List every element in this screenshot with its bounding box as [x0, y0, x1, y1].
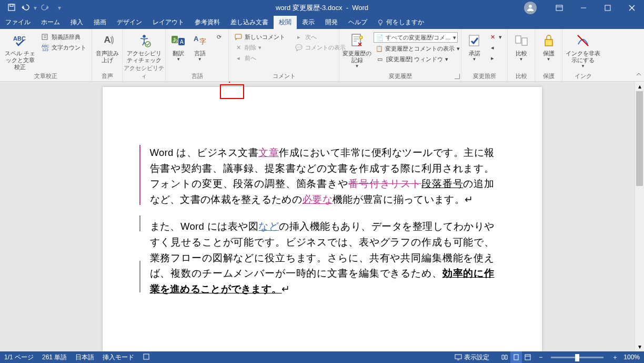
- ribbon-display-options[interactable]: [547, 0, 571, 16]
- user-avatar[interactable]: [524, 2, 537, 14]
- read-mode-button[interactable]: [499, 351, 510, 363]
- scroll-down-button[interactable]: ▾: [635, 342, 644, 351]
- tab-developer[interactable]: 開発: [320, 16, 343, 29]
- svg-rect-3: [556, 5, 562, 11]
- display-for-review-dropdown[interactable]: 📄すべての変更履歴/コメ…▾: [374, 32, 458, 43]
- document-canvas[interactable]: 右クリックをする Word は、ビジネス文書文章作成において非常に便利なツールで…: [0, 82, 644, 351]
- tracked-insert: 文章: [258, 147, 279, 158]
- delete-comment-button[interactable]: ✕削除 ▾: [232, 43, 287, 52]
- save-icon[interactable]: [6, 2, 17, 14]
- insert-mode[interactable]: 挿入モード: [98, 353, 138, 362]
- reviewing-pane-button[interactable]: ▭[変更履歴] ウィンドウ ▾: [374, 54, 458, 64]
- web-layout-button[interactable]: [522, 351, 534, 363]
- vertical-scrollbar[interactable]: ▴ ▾: [635, 82, 644, 351]
- svg-rect-29: [525, 355, 530, 360]
- group-compare-label: 比較: [508, 72, 535, 80]
- maximize-button[interactable]: [596, 0, 620, 16]
- svg-rect-27: [455, 355, 461, 359]
- page-number[interactable]: 1/1 ページ: [0, 353, 38, 362]
- next-change-button[interactable]: ▸: [486, 53, 504, 63]
- svg-rect-24: [522, 38, 527, 45]
- undo-icon[interactable]: [20, 2, 31, 14]
- group-proofing-label: 文章校正: [0, 72, 92, 80]
- scroll-up-button[interactable]: ▴: [635, 82, 644, 91]
- zoom-level[interactable]: 100%: [623, 354, 640, 361]
- tab-draw[interactable]: 描画: [88, 16, 112, 29]
- svg-rect-7: [42, 34, 47, 40]
- prev-comment-button[interactable]: ◂前へ: [232, 53, 287, 63]
- tab-design[interactable]: デザイン: [112, 16, 147, 29]
- svg-rect-22: [469, 35, 479, 46]
- tab-help[interactable]: ヘルプ: [343, 16, 373, 29]
- word-count-button[interactable]: ABC123文字カウント: [39, 43, 88, 52]
- display-settings[interactable]: 表示設定: [450, 353, 494, 362]
- svg-point-2: [529, 5, 532, 8]
- tracking-dialog-launcher[interactable]: [455, 74, 460, 79]
- close-button[interactable]: [620, 0, 644, 16]
- status-bar: 1/1 ページ 261 単語 日本語 挿入モード 表示設定 − ＋ 100%: [0, 351, 644, 363]
- tab-review[interactable]: 校閲: [274, 16, 297, 29]
- language-status[interactable]: 日本語: [71, 353, 98, 362]
- show-markup-button[interactable]: 📋変更履歴とコメントの表示 ▾: [374, 44, 458, 53]
- svg-rect-20: [352, 34, 360, 46]
- tab-insert[interactable]: 挿入: [65, 16, 88, 29]
- tab-references[interactable]: 参考資料: [189, 16, 225, 29]
- change-bar-1: [139, 145, 140, 205]
- zoom-out-button[interactable]: −: [539, 354, 542, 361]
- page: 右クリックをする Word は、ビジネス文書文章作成において非常に便利なツールで…: [103, 87, 542, 351]
- group-protect-label: 保護: [535, 72, 562, 80]
- svg-rect-23: [516, 36, 521, 43]
- document-body[interactable]: Word は、ビジネス文書文章作成において非常に便利なツールです。主に報告書や契…: [150, 145, 495, 297]
- tab-file[interactable]: ファイル: [0, 16, 36, 29]
- undo-dropdown-icon[interactable]: ▾: [34, 4, 37, 12]
- group-language-label: 言語: [166, 72, 228, 80]
- group-tracking-label: 変更履歴: [339, 72, 461, 80]
- ribbon: ABC スペル チェックと文章校正 類義語辞典 ABC123文字カウント 文章校…: [0, 29, 644, 82]
- change-bar-3: [139, 261, 140, 292]
- group-changes-label: 変更箇所: [461, 72, 507, 80]
- svg-rect-26: [144, 354, 149, 359]
- reject-button[interactable]: ✕▾: [486, 32, 504, 42]
- group-comments-label: コメント: [229, 72, 339, 80]
- word-count[interactable]: 261 単語: [38, 353, 71, 362]
- zoom-in-button[interactable]: ＋: [612, 353, 618, 362]
- minimize-button[interactable]: [571, 0, 596, 16]
- svg-text:A: A: [180, 39, 184, 45]
- svg-point-21: [359, 36, 363, 39]
- svg-point-5: [379, 19, 383, 23]
- scroll-thumb[interactable]: [636, 91, 643, 186]
- redo-icon[interactable]: [40, 2, 51, 14]
- svg-rect-4: [605, 5, 610, 11]
- svg-rect-28: [514, 355, 518, 360]
- title-bar: ▾ ▾ word 変更履歴-3.docx - Word: [0, 0, 644, 16]
- thesaurus-button[interactable]: 類義語辞典: [39, 32, 88, 42]
- svg-text:123: 123: [42, 48, 48, 52]
- window-title: word 変更履歴-3.docx - Word: [276, 3, 368, 13]
- group-speech-label: 音声: [92, 72, 122, 80]
- view-buttons: [499, 351, 534, 363]
- svg-text:あ: あ: [173, 37, 178, 43]
- new-comment-button[interactable]: 新しいコメント: [232, 32, 287, 42]
- collapse-ribbon-icon[interactable]: [636, 71, 642, 79]
- macro-record-icon[interactable]: [138, 353, 154, 362]
- svg-text:字: 字: [199, 37, 206, 45]
- svg-rect-1: [10, 4, 13, 6]
- svg-rect-19: [235, 34, 242, 38]
- lang-update-button[interactable]: ⟳: [213, 32, 225, 42]
- tab-mailings[interactable]: 差し込み文書: [225, 16, 274, 29]
- qat-customize-icon[interactable]: ▾: [58, 4, 61, 12]
- tab-layout[interactable]: レイアウト: [147, 16, 189, 29]
- prev-change-button[interactable]: ◂: [486, 43, 504, 52]
- change-bar-2: [139, 215, 140, 231]
- tracked-delete: 番号付きリスト: [348, 178, 421, 189]
- tell-me-search[interactable]: 何をしますか: [373, 18, 424, 27]
- svg-point-11: [143, 35, 145, 37]
- tab-home[interactable]: ホーム: [36, 16, 65, 29]
- zoom-slider[interactable]: [551, 357, 603, 358]
- svg-rect-0: [8, 4, 15, 11]
- tab-view[interactable]: 表示: [297, 16, 320, 29]
- print-layout-button[interactable]: [510, 351, 522, 363]
- lightbulb-icon: [377, 19, 384, 26]
- annotation-arrow: [229, 82, 230, 83]
- svg-text:A: A: [194, 35, 199, 43]
